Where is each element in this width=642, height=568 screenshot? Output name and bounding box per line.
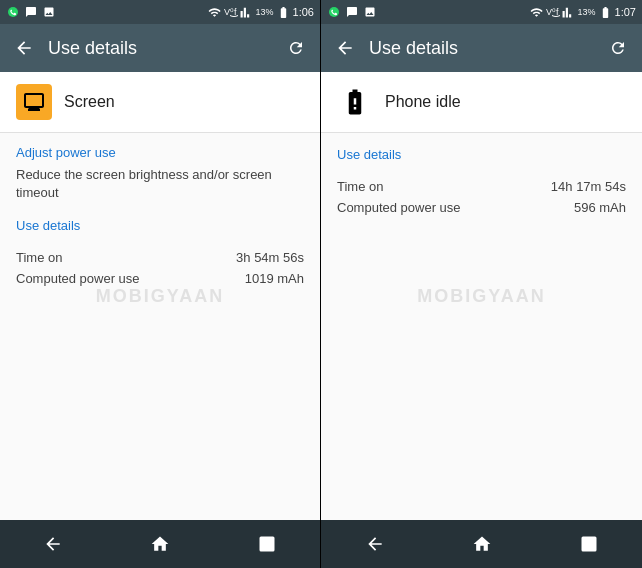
left-back-nav-button[interactable] (33, 524, 73, 564)
right-status-bar: V⁰͜f 13% 1:07 (321, 0, 642, 24)
left-refresh-button[interactable] (280, 32, 312, 64)
right-screen: V⁰͜f 13% 1:07 Use details (321, 0, 642, 568)
adjust-power-section: Adjust power use Reduce the screen brigh… (0, 133, 320, 214)
svg-point-2 (329, 7, 339, 17)
gallery-icon (42, 5, 56, 19)
use-details-section: Use details (0, 214, 320, 243)
table-row: Computed power use 1019 mAh (16, 268, 304, 289)
left-app-bar: Use details (0, 24, 320, 72)
left-details-table: Time on 3h 54m 56s Computed power use 10… (0, 243, 320, 301)
whatsapp-icon (6, 5, 20, 19)
left-item-header: Screen (0, 72, 320, 133)
right-status-time: 1:07 (615, 6, 636, 18)
sms-icon (24, 5, 38, 19)
right-item-header: Phone idle (321, 72, 642, 133)
right-signal-text: V⁰͜f (546, 7, 559, 17)
right-details-table: Time on 14h 17m 54s Computed power use 5… (321, 172, 642, 230)
left-screen: V⁰͜f 13% 1:06 Use details (0, 0, 321, 568)
left-time-on-value: 3h 54m 56s (236, 250, 304, 265)
left-status-bar: V⁰͜f 13% 1:06 (0, 0, 320, 24)
right-item-title: Phone idle (385, 93, 461, 111)
right-status-left (327, 5, 377, 19)
use-details-link[interactable]: Use details (16, 218, 304, 233)
right-use-details-section: Use details (321, 133, 642, 172)
adjust-power-link[interactable]: Adjust power use (16, 145, 304, 160)
left-status-left (6, 5, 56, 19)
screen-app-icon (16, 84, 52, 120)
left-power-label: Computed power use (16, 271, 140, 286)
left-status-right: V⁰͜f 13% 1:06 (208, 6, 314, 19)
right-status-right: V⁰͜f 13% 1:07 (530, 6, 636, 19)
svg-rect-3 (582, 537, 596, 551)
right-content: Phone idle Use details Time on 14h 17m 5… (321, 72, 642, 520)
left-app-bar-title: Use details (48, 38, 280, 59)
right-back-nav-button[interactable] (355, 524, 395, 564)
left-back-button[interactable] (8, 32, 40, 64)
right-time-on-label: Time on (337, 179, 383, 194)
right-app-bar: Use details (321, 24, 642, 72)
svg-point-0 (8, 7, 18, 17)
battery-left: 13% (256, 7, 274, 17)
right-refresh-button[interactable] (602, 32, 634, 64)
right-bottom-nav (321, 520, 642, 568)
right-home-nav-button[interactable] (462, 524, 502, 564)
left-item-title: Screen (64, 93, 115, 111)
svg-rect-1 (260, 537, 274, 551)
right-use-details-link[interactable]: Use details (337, 147, 626, 162)
right-whatsapp-icon (327, 5, 341, 19)
left-content: Screen Adjust power use Reduce the scree… (0, 72, 320, 520)
table-row: Computed power use 596 mAh (337, 197, 626, 218)
table-row: Time on 14h 17m 54s (337, 176, 626, 197)
table-row: Time on 3h 54m 56s (16, 247, 304, 268)
left-time-on-label: Time on (16, 250, 62, 265)
right-sms-icon (345, 5, 359, 19)
left-home-nav-button[interactable] (140, 524, 180, 564)
right-recent-nav-button[interactable] (569, 524, 609, 564)
left-status-time: 1:06 (293, 6, 314, 18)
right-back-button[interactable] (329, 32, 361, 64)
right-gallery-icon (363, 5, 377, 19)
left-recent-nav-button[interactable] (247, 524, 287, 564)
adjust-power-description: Reduce the screen brightness and/or scre… (16, 166, 304, 202)
right-app-bar-title: Use details (369, 38, 602, 59)
right-watermark: MOBIGYAAN (417, 286, 545, 307)
right-time-on-value: 14h 17m 54s (551, 179, 626, 194)
right-power-label: Computed power use (337, 200, 461, 215)
right-power-value: 596 mAh (574, 200, 626, 215)
left-bottom-nav (0, 520, 320, 568)
right-battery-text: 13% (578, 7, 596, 17)
phone-app-icon (337, 84, 373, 120)
left-power-value: 1019 mAh (245, 271, 304, 286)
signal-text: V⁰͜f (224, 7, 237, 17)
